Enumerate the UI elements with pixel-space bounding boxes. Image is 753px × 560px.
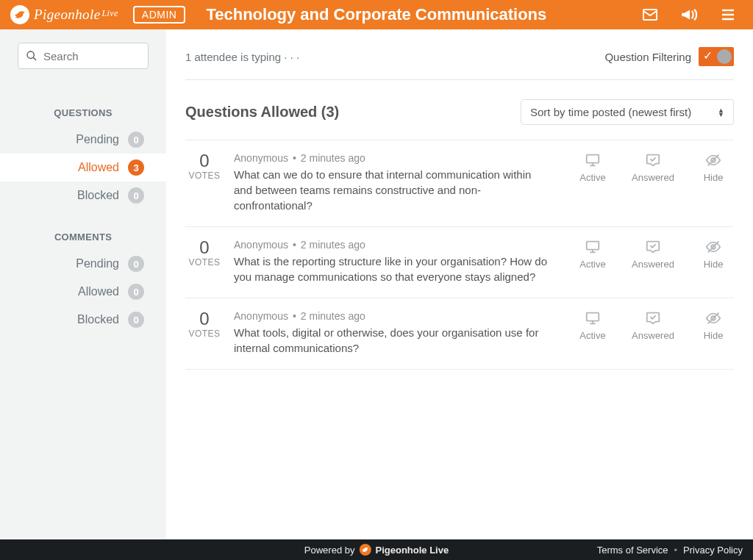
speech-check-icon <box>645 152 661 168</box>
terms-link[interactable]: Terms of Service <box>597 545 668 556</box>
eye-off-icon <box>705 310 721 326</box>
speech-check-icon <box>645 310 661 326</box>
vote-count: 0 VOTES <box>185 152 224 181</box>
search-input[interactable] <box>18 43 149 69</box>
monitor-icon <box>585 310 601 326</box>
count-badge: 0 <box>128 256 144 272</box>
svg-rect-11 <box>587 242 599 250</box>
page-title: Technology and Corporate Communications <box>206 5 641 24</box>
action-active[interactable]: Active <box>572 152 613 183</box>
filter-toggle[interactable]: ✓ <box>699 47 734 66</box>
question-text: What can we do to ensure that internal c… <box>234 167 550 213</box>
sidebar-item-blocked-questions[interactable]: Blocked 0 <box>0 182 166 209</box>
svg-rect-16 <box>587 313 599 321</box>
question-row: 0 VOTES Anonymous•2 minutes ago What is … <box>185 227 734 298</box>
eye-off-icon <box>705 152 721 168</box>
question-text: What is the reporting structure like in … <box>234 254 550 284</box>
app-header: PigeonholeLive ADMIN Technology and Corp… <box>0 0 753 29</box>
app-footer: Powered by Pigeonhole Live Terms of Serv… <box>0 539 753 560</box>
sidebar-item-label: Blocked <box>77 313 119 326</box>
svg-point-4 <box>27 51 34 58</box>
sidebar-heading-questions: QUESTIONS <box>0 107 166 118</box>
eye-off-icon <box>705 239 721 255</box>
question-row: 0 VOTES Anonymous•2 minutes ago What too… <box>185 298 734 370</box>
sidebar-item-allowed-questions[interactable]: Allowed 3 <box>0 154 166 182</box>
count-badge: 0 <box>128 284 144 300</box>
sidebar-item-pending-comments[interactable]: Pending 0 <box>0 250 166 278</box>
bird-icon <box>10 5 29 24</box>
action-hide[interactable]: Hide <box>693 239 734 270</box>
question-time: 2 minutes ago <box>301 152 365 164</box>
main-content: 1 attendee is typing · · · Question Filt… <box>166 29 753 539</box>
count-badge: 0 <box>128 312 144 328</box>
sidebar-item-label: Allowed <box>78 161 119 174</box>
action-answered[interactable]: Answered <box>632 152 674 183</box>
question-author: Anonymous <box>234 239 288 251</box>
question-time: 2 minutes ago <box>301 239 365 251</box>
list-title: Questions Allowed (3) <box>185 104 339 121</box>
search-icon <box>26 50 38 62</box>
sort-label: Sort by time posted (newest first) <box>530 106 691 118</box>
count-badge: 0 <box>128 187 144 204</box>
sidebar-item-allowed-comments[interactable]: Allowed 0 <box>0 278 166 306</box>
count-badge: 0 <box>128 132 144 148</box>
bird-icon <box>359 544 371 556</box>
chevron-updown-icon: ▲▼ <box>718 108 724 117</box>
svg-line-5 <box>33 57 36 60</box>
megaphone-icon[interactable] <box>679 5 699 24</box>
sort-select[interactable]: Sort by time posted (newest first) ▲▼ <box>521 99 734 125</box>
powered-by-label: Powered by <box>304 545 355 556</box>
count-badge: 3 <box>128 159 144 176</box>
question-list: 0 VOTES Anonymous•2 minutes ago What can… <box>185 140 734 370</box>
typing-indicator: 1 attendee is typing · · · <box>185 51 299 63</box>
action-hide[interactable]: Hide <box>693 310 734 341</box>
action-active[interactable]: Active <box>572 239 613 270</box>
brand-logo[interactable]: PigeonholeLive <box>10 5 117 24</box>
speech-check-icon <box>645 239 661 255</box>
question-author: Anonymous <box>234 310 288 322</box>
action-answered[interactable]: Answered <box>632 310 674 341</box>
action-active[interactable]: Active <box>572 310 613 341</box>
sidebar-heading-comments: COMMENTS <box>0 231 166 243</box>
sidebar-item-label: Pending <box>76 257 119 270</box>
sidebar-item-label: Pending <box>76 133 119 146</box>
sidebar-item-label: Blocked <box>77 189 119 202</box>
action-answered[interactable]: Answered <box>632 239 674 270</box>
question-filtering: Question Filtering ✓ <box>604 47 734 66</box>
question-author: Anonymous <box>234 152 288 164</box>
sidebar-comments-list: Pending 0 Allowed 0 Blocked 0 <box>0 250 166 334</box>
monitor-icon <box>585 239 601 255</box>
check-icon: ✓ <box>703 50 713 62</box>
menu-icon[interactable] <box>719 6 737 24</box>
question-time: 2 minutes ago <box>301 310 365 322</box>
privacy-link[interactable]: Privacy Policy <box>683 545 743 556</box>
toggle-knob <box>717 49 732 64</box>
question-row: 0 VOTES Anonymous•2 minutes ago What can… <box>185 140 734 227</box>
mail-icon[interactable] <box>641 6 659 24</box>
admin-button[interactable]: ADMIN <box>133 6 186 24</box>
vote-count: 0 VOTES <box>185 239 224 268</box>
filter-label: Question Filtering <box>604 51 691 63</box>
sidebar-item-label: Allowed <box>78 285 119 298</box>
svg-rect-6 <box>587 155 599 163</box>
action-hide[interactable]: Hide <box>693 152 734 183</box>
footer-brand: Pigeonhole Live <box>375 545 449 556</box>
vote-count: 0 VOTES <box>185 310 224 339</box>
monitor-icon <box>585 152 601 168</box>
sidebar-questions-list: Pending 0 Allowed 3 Blocked 0 <box>0 126 166 209</box>
question-text: What tools, digital or otherwise, does y… <box>234 325 550 356</box>
search-field[interactable] <box>43 50 140 62</box>
sidebar-item-blocked-comments[interactable]: Blocked 0 <box>0 306 166 334</box>
sidebar: QUESTIONS Pending 0 Allowed 3 Blocked 0 … <box>0 29 166 539</box>
sidebar-item-pending-questions[interactable]: Pending 0 <box>0 126 166 154</box>
brand-name: PigeonholeLive <box>34 7 117 23</box>
